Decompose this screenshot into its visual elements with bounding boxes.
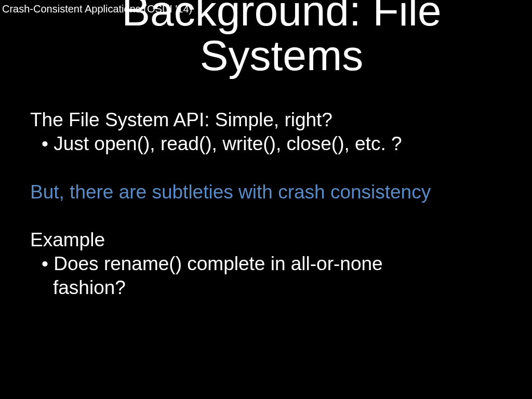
paragraph-subtleties: But, there are subtleties with crash con… — [30, 180, 511, 204]
para3-bullet-line1: Does rename() complete in all-or-none — [30, 252, 511, 276]
para3-intro: Example — [30, 228, 511, 252]
paragraph-api: The File System API: Simple, right? Just… — [30, 108, 511, 156]
slide-content: The File System API: Simple, right? Just… — [30, 108, 511, 300]
paragraph-example: Example Does rename() complete in all-or… — [30, 228, 511, 300]
header-note: Crash-Consistent Applications (OSDI '14) — [2, 3, 192, 15]
para3-bullet-line2: fashion? — [30, 276, 511, 300]
para1-intro: The File System API: Simple, right? — [30, 108, 511, 132]
para1-bullet: Just open(), read(), write(), close(), e… — [30, 132, 511, 156]
